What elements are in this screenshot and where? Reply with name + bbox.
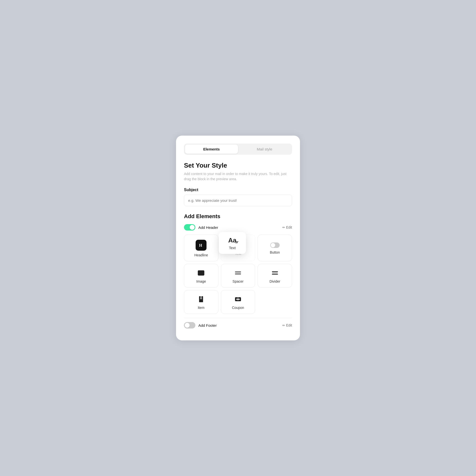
coupon-icon <box>234 295 242 303</box>
subject-label: Subject <box>184 188 292 192</box>
image-label: Image <box>196 279 206 283</box>
image-icon <box>197 269 205 277</box>
page-title: Set Your Style <box>184 162 292 169</box>
footer-pencil-icon: ✏ <box>282 324 285 327</box>
tooltip-letter: Aa ☞ <box>228 237 236 244</box>
item-icon <box>197 295 205 303</box>
spacer-icon <box>234 269 242 277</box>
headline-icon: H <box>196 240 207 251</box>
tooltip-label: Text <box>229 246 236 250</box>
header-edit-button[interactable]: ✏ Edit <box>282 225 292 229</box>
footer-toggle-label: Add Footer <box>198 323 217 327</box>
element-card-image[interactable]: Image <box>184 264 218 288</box>
header-toggle-left: Add Header <box>184 224 218 231</box>
button-label: Button <box>270 250 280 254</box>
item-label: Item <box>198 306 205 310</box>
add-elements-title: Add Elements <box>184 213 292 220</box>
footer-edit-label: Edit <box>286 323 292 327</box>
headline-label: Headline <box>194 253 208 257</box>
svg-point-3 <box>271 243 275 247</box>
element-card-coupon[interactable]: Coupon <box>221 290 255 314</box>
subject-input[interactable] <box>184 195 292 206</box>
button-icon <box>270 242 280 248</box>
svg-text:H: H <box>199 243 202 247</box>
header-toggle-label: Add Header <box>198 225 218 230</box>
footer-edit-button[interactable]: ✏ Edit <box>282 323 292 327</box>
tab-mail-style[interactable]: Mail style <box>238 145 291 154</box>
footer-toggle[interactable] <box>184 322 195 328</box>
footer-toggle-row: Add Footer ✏ Edit <box>184 322 292 328</box>
element-card-button[interactable]: Button <box>258 235 292 261</box>
tab-elements[interactable]: Elements <box>185 145 238 154</box>
element-card-divider[interactable]: Divider <box>258 264 292 288</box>
svg-point-5 <box>200 272 201 273</box>
svg-rect-11 <box>200 298 202 298</box>
svg-point-15 <box>239 299 240 300</box>
divider-icon <box>271 269 279 277</box>
svg-rect-12 <box>200 298 202 299</box>
main-card: Elements Mail style Set Your Style Add c… <box>176 136 300 340</box>
tab-bar: Elements Mail style <box>184 144 292 155</box>
spacer-label: Spacer <box>233 279 243 283</box>
divider-label: Divider <box>269 279 280 283</box>
svg-point-14 <box>236 299 237 300</box>
coupon-label: Coupon <box>232 306 244 310</box>
header-toggle-knob <box>190 225 195 230</box>
cursor-icon: ☞ <box>235 240 238 245</box>
page-description: Add content to your mail in order to mak… <box>184 171 292 182</box>
header-toggle-row: Add Header ✏ Edit <box>184 224 292 231</box>
header-toggle[interactable] <box>184 224 195 231</box>
element-card-headline[interactable]: H Headline <box>184 235 218 261</box>
header-edit-label: Edit <box>286 225 292 229</box>
element-card-spacer[interactable]: Spacer <box>221 264 255 288</box>
element-card-item[interactable]: Item <box>184 290 218 314</box>
footer-toggle-knob <box>185 323 190 328</box>
footer-divider <box>184 318 292 318</box>
footer-toggle-left: Add Footer <box>184 322 217 328</box>
pencil-icon: ✏ <box>282 226 285 229</box>
text-tooltip-popup: Aa ☞ Text <box>219 232 246 254</box>
elements-grid: Aa ☞ Text H Headline Aa Text <box>184 235 292 314</box>
